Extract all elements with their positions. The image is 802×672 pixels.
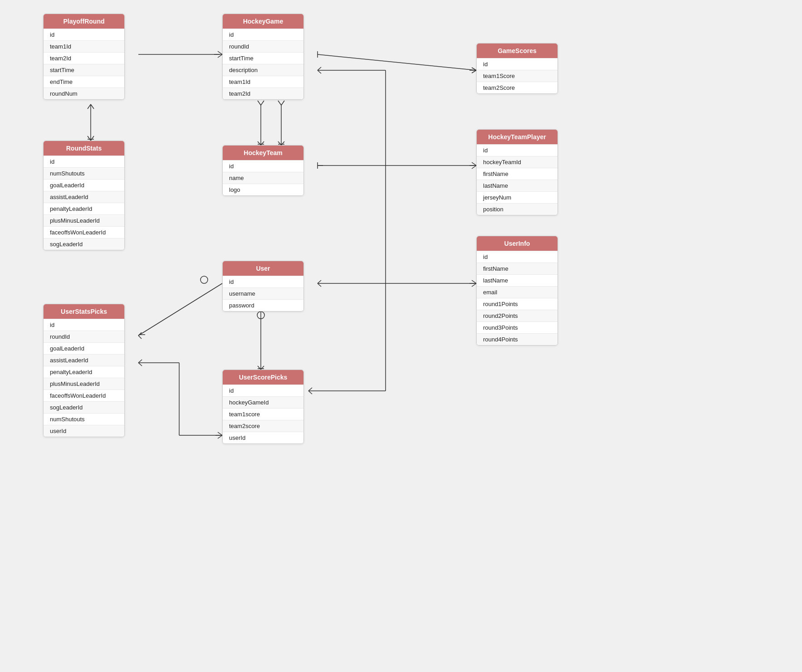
table-row: round1Points bbox=[477, 298, 557, 310]
svg-line-63 bbox=[308, 391, 312, 394]
table-row: penaltyLeaderId bbox=[44, 203, 124, 214]
table-row: endTime bbox=[44, 76, 124, 88]
table-row: team2Id bbox=[44, 52, 124, 64]
table-row: firstName bbox=[477, 263, 557, 274]
table-row: assistLeaderId bbox=[44, 354, 124, 366]
table-row: team1score bbox=[223, 408, 303, 420]
table-row: id bbox=[44, 156, 124, 167]
svg-line-20 bbox=[281, 141, 284, 145]
table-row: id bbox=[223, 276, 303, 287]
table-row: firstName bbox=[477, 168, 557, 180]
table-row: roundId bbox=[223, 40, 303, 52]
table-row: password bbox=[223, 299, 303, 311]
svg-line-5 bbox=[88, 104, 91, 109]
diagram-canvas: PlayoffRoundidteam1Idteam2IdstartTimeend… bbox=[0, 0, 802, 672]
table-row: team2Score bbox=[477, 82, 557, 93]
svg-line-41 bbox=[472, 280, 476, 283]
table-row: id bbox=[44, 319, 124, 331]
svg-line-8 bbox=[91, 136, 94, 141]
svg-line-12 bbox=[261, 101, 264, 105]
table-row: userId bbox=[223, 432, 303, 443]
table-row: startTime bbox=[223, 52, 303, 64]
svg-line-6 bbox=[91, 104, 94, 109]
svg-point-34 bbox=[200, 276, 208, 283]
svg-line-14 bbox=[261, 141, 264, 145]
svg-line-36 bbox=[138, 336, 142, 339]
svg-line-39 bbox=[318, 280, 321, 283]
table-header-roundstats: RoundStats bbox=[44, 141, 124, 156]
table-row: id bbox=[477, 251, 557, 263]
table-row: goalLeaderId bbox=[44, 342, 124, 354]
table-header-hockeyteamplayer: HockeyTeamPlayer bbox=[477, 130, 557, 144]
table-userscorepicks: UserScorePicksidhockeyGameIdteam1scorete… bbox=[222, 370, 304, 444]
table-row: startTime bbox=[44, 64, 124, 76]
table-header-playoffround: PlayoffRound bbox=[44, 14, 124, 29]
table-row: logo bbox=[223, 184, 303, 195]
table-row: id bbox=[477, 144, 557, 156]
table-row: team1Id bbox=[223, 76, 303, 88]
svg-line-53 bbox=[218, 435, 222, 438]
svg-line-30 bbox=[472, 162, 476, 166]
svg-point-45 bbox=[257, 312, 264, 319]
table-row: numShutouts bbox=[44, 167, 124, 179]
table-header-hockeyteam: HockeyTeam bbox=[223, 146, 303, 160]
table-header-userinfo: UserInfo bbox=[477, 236, 557, 251]
svg-line-56 bbox=[138, 363, 142, 366]
table-row: hockeyGameId bbox=[223, 396, 303, 408]
svg-line-31 bbox=[472, 166, 476, 169]
table-row: description bbox=[223, 64, 303, 76]
svg-line-13 bbox=[258, 141, 261, 145]
table-row: jerseyNum bbox=[477, 191, 557, 203]
table-header-gamescores: GameScores bbox=[477, 44, 557, 58]
table-row: round4Points bbox=[477, 333, 557, 345]
table-row: team1Score bbox=[477, 70, 557, 82]
svg-line-22 bbox=[318, 54, 476, 70]
table-header-userstatspicks: UserStatsPicks bbox=[44, 304, 124, 319]
table-row: team2Id bbox=[223, 88, 303, 99]
svg-line-7 bbox=[88, 136, 91, 141]
svg-line-61 bbox=[318, 70, 321, 73]
table-row: penaltyLeaderId bbox=[44, 366, 124, 378]
svg-line-2 bbox=[218, 54, 222, 58]
table-row: team1Id bbox=[44, 40, 124, 52]
table-row: roundId bbox=[44, 331, 124, 342]
table-row: id bbox=[477, 58, 557, 70]
table-row: faceoffsWonLeaderId bbox=[44, 226, 124, 238]
svg-line-11 bbox=[258, 101, 261, 105]
table-row: position bbox=[477, 203, 557, 215]
table-row: numShutouts bbox=[44, 413, 124, 425]
table-row: id bbox=[223, 385, 303, 396]
table-userinfo: UserInfoidfirstNamelastNameemailround1Po… bbox=[476, 236, 558, 346]
table-row: hockeyTeamId bbox=[477, 156, 557, 168]
table-row: name bbox=[223, 172, 303, 184]
table-user: Useridusernamepassword bbox=[222, 261, 304, 312]
table-hockeygame: HockeyGameidroundIdstartTimedescriptiont… bbox=[222, 14, 304, 100]
svg-line-17 bbox=[278, 101, 281, 105]
table-row: faceoffsWonLeaderId bbox=[44, 390, 124, 401]
table-row: goalLeaderId bbox=[44, 179, 124, 191]
svg-line-33 bbox=[138, 283, 222, 336]
table-hockeyteamplayer: HockeyTeamPlayeridhockeyTeamIdfirstNamel… bbox=[476, 129, 558, 215]
table-row: plusMinusLeaderId bbox=[44, 378, 124, 390]
svg-line-24 bbox=[472, 68, 476, 70]
table-userstatspicks: UserStatsPicksidroundIdgoalLeaderIdassis… bbox=[43, 304, 125, 437]
table-row: roundNum bbox=[44, 88, 124, 99]
table-header-userscorepicks: UserScorePicks bbox=[223, 370, 303, 385]
table-row: sogLeaderId bbox=[44, 238, 124, 250]
table-row: team2score bbox=[223, 420, 303, 432]
table-gamescores: GameScoresidteam1Scoreteam2Score bbox=[476, 43, 558, 94]
table-row: plusMinusLeaderId bbox=[44, 214, 124, 226]
svg-line-52 bbox=[218, 432, 222, 435]
svg-line-46 bbox=[258, 366, 261, 370]
table-row: sogLeaderId bbox=[44, 401, 124, 413]
table-row: lastName bbox=[477, 180, 557, 191]
table-row: round2Points bbox=[477, 310, 557, 321]
table-roundstats: RoundStatsidnumShutoutsgoalLeaderIdassis… bbox=[43, 141, 125, 250]
svg-line-25 bbox=[472, 70, 476, 73]
svg-line-35 bbox=[138, 332, 142, 336]
table-row: round3Points bbox=[477, 321, 557, 333]
table-row: lastName bbox=[477, 274, 557, 286]
table-playoffround: PlayoffRoundidteam1Idteam2IdstartTimeend… bbox=[43, 14, 125, 100]
svg-line-47 bbox=[261, 366, 264, 370]
svg-line-40 bbox=[318, 283, 321, 287]
